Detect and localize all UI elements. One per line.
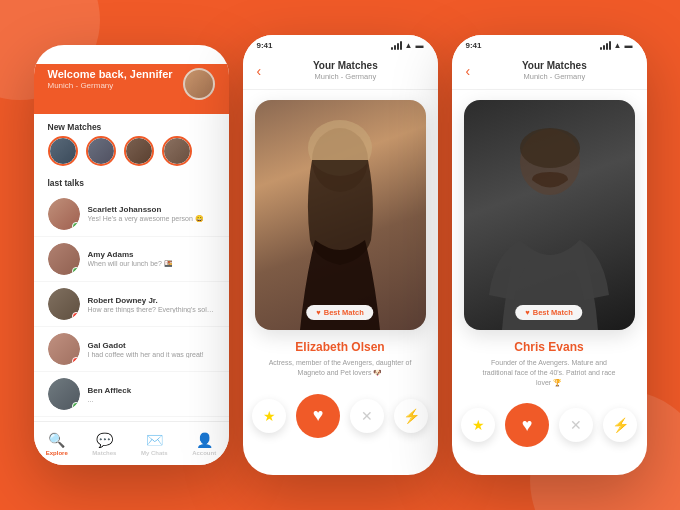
status-bar-match1: 9:41 ▲ ▬ — [243, 35, 438, 54]
status-bar-match2: 9:41 ▲ ▬ — [452, 35, 647, 54]
nav-chats[interactable]: ✉️ My Chats — [141, 432, 168, 456]
wifi-icon: ▲ — [614, 41, 622, 50]
best-match-badge: ♥ Best Match — [515, 305, 582, 320]
signal-icon — [600, 41, 611, 50]
battery-icon: ▬ — [207, 51, 215, 60]
nav-label-chats: My Chats — [141, 450, 168, 456]
talk-item-gal[interactable]: Gal Gadot I had coffee with her and it w… — [34, 327, 229, 372]
account-icon: 👤 — [196, 432, 213, 448]
new-match-1[interactable] — [48, 136, 78, 166]
nav-explore[interactable]: 🔍 Explore — [46, 432, 68, 456]
new-match-4[interactable] — [162, 136, 192, 166]
nav-label-account: Account — [192, 450, 216, 456]
matches-icon: 💬 — [96, 432, 113, 448]
heart-button[interactable]: ♥ — [505, 403, 549, 447]
talk-avatar-gal — [48, 333, 80, 365]
back-button[interactable]: ‹ — [466, 63, 471, 79]
talk-name: Amy Adams — [88, 250, 215, 259]
star-button[interactable]: ★ — [252, 399, 286, 433]
talk-item-scarlett[interactable]: Scarlett Johansson Yes! He's a very awes… — [34, 192, 229, 237]
best-match-badge: ♥ Best Match — [306, 305, 373, 320]
heart-button[interactable]: ♥ — [296, 394, 340, 438]
svg-point-3 — [520, 128, 580, 168]
talk-avatar-amy — [48, 243, 80, 275]
explore-icon: 🔍 — [48, 432, 65, 448]
talk-msg: How are things there? Everything's solve… — [88, 306, 215, 313]
battery-icon: ▬ — [416, 41, 424, 50]
talk-avatar-robert — [48, 288, 80, 320]
new-matches-label: New Matches — [34, 114, 229, 136]
talk-msg: I had coffee with her and it was great! — [88, 351, 215, 358]
match-screen-1: 9:41 ▲ ▬ ‹ Your Matches Munich - Germany — [243, 35, 438, 475]
bolt-button[interactable]: ⚡ — [394, 399, 428, 433]
back-button[interactable]: ‹ — [257, 63, 262, 79]
bottom-nav: 🔍 Explore 💬 Matches ✉️ My Chats 👤 Accoun… — [34, 421, 229, 465]
person-desc-elizabeth: Actress, member of the Avengers, daughte… — [267, 358, 414, 378]
match-header-1: ‹ Your Matches Munich - Germany — [243, 54, 438, 90]
star-button[interactable]: ★ — [461, 408, 495, 442]
match-card-container-2: ♥ Best Match Chris Evans Founder of the … — [452, 90, 647, 459]
nav-account[interactable]: 👤 Account — [192, 432, 216, 456]
match-screen-2: 9:41 ▲ ▬ ‹ Your Matches Munich - Germany — [452, 35, 647, 475]
match-actions-1: ★ ♥ ✕ ⚡ — [243, 386, 438, 450]
signal-icon — [182, 51, 193, 60]
match-subtitle: Munich - Germany — [476, 72, 632, 81]
match-title: Your Matches — [476, 60, 632, 71]
new-match-2[interactable] — [86, 136, 116, 166]
person-desc-chris: Founder of the Avengers. Mature and trad… — [476, 358, 623, 387]
status-bar-main: 9:41 ▲ ▬ — [34, 45, 229, 64]
main-header: Welcome back, Jennifer Munich - Germany — [34, 64, 229, 114]
talk-msg: ... — [88, 396, 215, 403]
chats-icon: ✉️ — [146, 432, 163, 448]
online-dot — [72, 312, 80, 320]
talk-item-robert[interactable]: Robert Downey Jr. How are things there? … — [34, 282, 229, 327]
signal-icon — [391, 41, 402, 50]
location-text: Munich - Germany — [48, 81, 173, 90]
new-matches-row — [34, 136, 229, 174]
match-title: Your Matches — [267, 60, 423, 71]
online-dot — [72, 267, 80, 275]
talk-avatar-scarlett — [48, 198, 80, 230]
match-card-info-1: Elizabeth Olsen Actress, member of the A… — [255, 330, 426, 386]
talk-item-amy[interactable]: Amy Adams When will our lunch be? 🍱 — [34, 237, 229, 282]
online-dot — [72, 402, 80, 410]
last-talks-label: last talks — [34, 174, 229, 192]
cross-button[interactable]: ✕ — [350, 399, 384, 433]
heart-icon: ♥ — [525, 308, 529, 317]
online-dot — [72, 222, 80, 230]
time: 9:41 — [48, 51, 64, 60]
time: 9:41 — [257, 41, 273, 50]
nav-label-matches: Matches — [92, 450, 116, 456]
person-name-chris: Chris Evans — [476, 340, 623, 354]
nav-matches[interactable]: 💬 Matches — [92, 432, 116, 456]
user-avatar[interactable] — [183, 68, 215, 100]
talk-name: Robert Downey Jr. — [88, 296, 215, 305]
new-match-3[interactable] — [124, 136, 154, 166]
welcome-text: Welcome back, Jennifer — [48, 68, 173, 80]
main-screen: 9:41 ▲ ▬ Welcome back, Jennifer Munich -… — [34, 45, 229, 465]
wifi-icon: ▲ — [405, 41, 413, 50]
talk-msg: Yes! He's a very awesome person 😄 — [88, 215, 215, 223]
status-icons: ▲ ▬ — [600, 41, 633, 50]
person-photo-elizabeth — [255, 100, 426, 330]
online-dot — [72, 357, 80, 365]
best-match-text: Best Match — [533, 308, 573, 317]
best-match-text: Best Match — [324, 308, 364, 317]
status-icons: ▲ ▬ — [391, 41, 424, 50]
talk-name: Ben Affleck — [88, 386, 215, 395]
talk-name: Gal Gadot — [88, 341, 215, 350]
match-subtitle: Munich - Germany — [267, 72, 423, 81]
battery-icon: ▬ — [625, 41, 633, 50]
match-card-chris: ♥ Best Match — [464, 100, 635, 330]
wifi-icon: ▲ — [196, 51, 204, 60]
talk-name: Scarlett Johansson — [88, 205, 215, 214]
match-header-2: ‹ Your Matches Munich - Germany — [452, 54, 647, 90]
talk-item-ben[interactable]: Ben Affleck ... — [34, 372, 229, 417]
cross-button[interactable]: ✕ — [559, 408, 593, 442]
nav-label-explore: Explore — [46, 450, 68, 456]
bolt-button[interactable]: ⚡ — [603, 408, 637, 442]
time: 9:41 — [466, 41, 482, 50]
person-photo-chris — [464, 100, 635, 330]
talk-msg: When will our lunch be? 🍱 — [88, 260, 215, 268]
status-icons: ▲ ▬ — [182, 51, 215, 60]
